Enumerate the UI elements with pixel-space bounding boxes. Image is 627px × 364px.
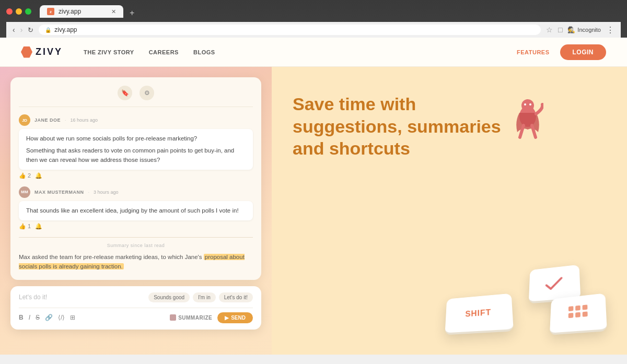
settings-chat-icon[interactable]: ⚙ — [140, 86, 154, 100]
tab-bar: z zivy.app ✕ + — [40, 5, 138, 18]
svg-rect-5 — [575, 305, 580, 310]
new-tab-button[interactable]: + — [125, 8, 138, 18]
reaction-jane-1[interactable]: 👍 2 — [19, 172, 31, 179]
tab-close-icon[interactable]: ✕ — [111, 8, 116, 15]
summarize-button[interactable]: SUMMARIZE — [170, 314, 212, 321]
nav-link-blogs[interactable]: BLOGS — [193, 49, 215, 55]
bubble-max: That sounds like an excellent idea, judg… — [19, 201, 253, 220]
hero-title-line2: suggestions, summaries — [293, 116, 501, 136]
browser-titlebar: z zivy.app ✕ + — [6, 5, 621, 18]
main-content: 🔖 ⚙ JD JANE DOE · 16 hours ago How about… — [0, 67, 627, 355]
message-jane: JD JANE DOE · 16 hours ago How about we … — [19, 114, 253, 179]
strikethrough-icon[interactable]: S — [36, 314, 40, 321]
code-icon[interactable]: ⟨/⟩ — [58, 314, 65, 321]
link-icon[interactable]: 🔗 — [45, 314, 53, 321]
separator-max: · — [88, 190, 90, 195]
reply-input-row: Let's do it! Sounds good I'm in Let's do… — [19, 292, 253, 302]
address-bar-row: ‹ › ↻ 🔒 zivy.app ☆ □ 🕵 Incognito ⋮ — [6, 22, 621, 38]
bubble-jane: How about we run some socials polls for … — [19, 129, 253, 170]
summarize-icon — [170, 314, 176, 321]
separator-jane: · — [65, 118, 66, 123]
avatar-jane: JD — [19, 114, 30, 126]
message-header-jane: JD JANE DOE · 16 hours ago — [19, 114, 253, 126]
reload-button[interactable]: ↻ — [28, 26, 33, 34]
menu-icon[interactable]: ⋮ — [606, 25, 614, 35]
svg-rect-8 — [575, 312, 580, 317]
reactions-max: 👍 1 🔔 — [19, 223, 253, 230]
reaction-max-2[interactable]: 🔔 — [35, 223, 42, 230]
message-jane-text2: Something that asks readers to vote on c… — [26, 146, 246, 165]
hero-content: Save time with suggestions, summaries an… — [293, 93, 501, 160]
key-card-grid — [550, 293, 607, 335]
suggestion-chips: Sounds good I'm in Let's do it! — [148, 292, 253, 302]
author-max: MAX MUSTERMANN — [34, 190, 84, 195]
chip-sounds-good[interactable]: Sounds good — [148, 292, 190, 302]
right-panel: Save time with suggestions, summaries an… — [272, 67, 627, 355]
summary-label: Summary since last read — [19, 243, 253, 248]
traffic-lights — [6, 8, 31, 15]
send-arrow-icon: ▶ — [225, 315, 229, 321]
avatar-max: MM — [19, 186, 30, 198]
address-bar[interactable]: 🔒 zivy.app — [39, 25, 541, 35]
svg-rect-6 — [583, 304, 588, 310]
reply-placeholder: Let's do it! — [19, 293, 144, 301]
logo[interactable]: ZIVY — [21, 46, 63, 58]
reaction-max-1[interactable]: 👍 1 — [19, 223, 31, 230]
bold-icon[interactable]: B — [19, 314, 24, 321]
active-tab[interactable]: z zivy.app ✕ — [40, 5, 123, 18]
svg-rect-7 — [568, 312, 574, 318]
left-panel: 🔖 ⚙ JD JANE DOE · 16 hours ago How about… — [0, 67, 272, 355]
summarize-label: SUMMARIZE — [178, 315, 212, 321]
login-button[interactable]: LOGIN — [560, 44, 607, 60]
time-jane: 16 hours ago — [71, 118, 98, 123]
svg-point-1 — [521, 99, 534, 112]
nav-link-story[interactable]: THE ZIVY STORY — [84, 49, 134, 55]
tab-title: zivy.app — [59, 8, 81, 15]
url-text: zivy.app — [54, 26, 77, 33]
summary-text: Max asked the team for pre-release marke… — [19, 252, 253, 272]
page-wrapper: ZIVY THE ZIVY STORY CAREERS BLOGS FEATUR… — [0, 38, 627, 355]
hero-title-line1: Save time with — [293, 94, 416, 114]
reply-toolbar: B I S 🔗 ⟨/⟩ ⊞ SUMMARIZE ▶ SEND — [19, 308, 253, 323]
italic-icon[interactable]: I — [29, 314, 30, 321]
keyboard-cards: SHIFT — [434, 219, 611, 344]
svg-point-2 — [524, 103, 526, 105]
incognito-label: Incognito — [577, 27, 601, 33]
nav-link-careers[interactable]: CAREERS — [149, 49, 179, 55]
browser-chrome: z zivy.app ✕ + ‹ › ↻ 🔒 zivy.app ☆ □ 🕵 In… — [0, 0, 627, 38]
send-button[interactable]: ▶ SEND — [217, 312, 253, 323]
summary-section: Summary since last read Max asked the te… — [19, 237, 253, 272]
reaction-jane-2[interactable]: 🔔 — [35, 172, 42, 179]
message-max: MM MAX MUSTERMANN · 3 hours ago That sou… — [19, 186, 253, 230]
navbar: ZIVY THE ZIVY STORY CAREERS BLOGS FEATUR… — [0, 38, 627, 67]
incognito-badge: 🕵 Incognito — [567, 26, 601, 33]
incognito-icon: 🕵 — [567, 26, 575, 33]
minimize-traffic-light[interactable] — [16, 8, 22, 15]
chat-container: 🔖 ⚙ JD JANE DOE · 16 hours ago How about… — [10, 77, 261, 280]
hero-title-line3: and shortcuts — [293, 138, 410, 158]
nav-right: FEATURES LOGIN — [517, 44, 606, 60]
image-icon[interactable]: ⊞ — [70, 314, 75, 321]
send-label: SEND — [231, 315, 246, 321]
maximize-traffic-light[interactable] — [25, 8, 31, 15]
chat-top-icons: 🔖 ⚙ — [19, 86, 253, 107]
svg-rect-4 — [568, 306, 574, 311]
key-card-shift: SHIFT — [445, 293, 514, 335]
chip-lets-do-it[interactable]: Let's do it! — [219, 292, 253, 302]
lock-icon: 🔒 — [45, 27, 51, 33]
message-header-max: MM MAX MUSTERMANN · 3 hours ago — [19, 186, 253, 198]
features-link[interactable]: FEATURES — [517, 49, 549, 55]
chip-im-in[interactable]: I'm in — [193, 292, 216, 302]
forward-button[interactable]: › — [20, 26, 23, 34]
author-jane: JANE DOE — [34, 118, 61, 123]
back-button[interactable]: ‹ — [13, 26, 15, 34]
close-traffic-light[interactable] — [6, 8, 13, 15]
time-max: 3 hours ago — [94, 190, 119, 195]
message-max-text1: That sounds like an excellent idea, judg… — [26, 206, 246, 215]
summary-before: Max asked the team for pre-release marke… — [19, 254, 204, 260]
bookmark-chat-icon[interactable]: 🔖 — [118, 86, 132, 100]
tab-favicon: z — [47, 8, 54, 15]
shift-label: SHIFT — [465, 308, 491, 319]
extensions-icon[interactable]: □ — [558, 26, 562, 34]
bookmark-icon[interactable]: ☆ — [546, 26, 553, 34]
